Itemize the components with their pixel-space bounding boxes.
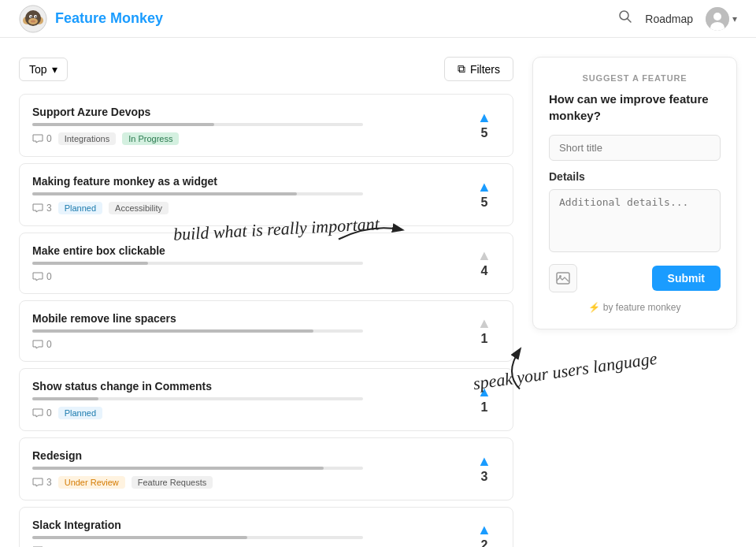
filters-label: Filters (470, 63, 500, 76)
search-button[interactable] (618, 9, 632, 28)
header-left: Feature Monkey (19, 5, 163, 33)
comment-count: 0 (32, 133, 52, 144)
feature-tag: Planned (58, 202, 102, 214)
vote-count: 3 (481, 470, 488, 484)
comment-number: 0 (46, 271, 52, 282)
comment-number: 0 (46, 339, 52, 350)
feature-progress-bar (32, 329, 313, 333)
feature-progress-bar-container (32, 536, 363, 539)
feature-item[interactable]: Slack Integration 0 ▲ 2 (19, 507, 513, 547)
feature-title: Show status change in Comments (32, 380, 469, 393)
user-menu[interactable]: ▾ (706, 7, 737, 31)
feature-progress-bar (32, 192, 297, 195)
feature-tag: Integrations (58, 132, 116, 145)
svg-point-8 (35, 16, 37, 17)
feature-tag: Planned (58, 407, 102, 419)
feature-content: Show status change in Comments 0 Planned (32, 380, 469, 419)
suggest-panel-title: SUGGEST A FEATURE (549, 73, 721, 83)
feature-item[interactable]: Show status change in Comments 0 Planned… (19, 368, 513, 431)
comment-number: 0 (46, 407, 52, 419)
feature-meta: 0 (32, 339, 469, 350)
feature-progress-bar (32, 397, 98, 400)
feature-content: Make entire box clickable 0 (32, 244, 469, 282)
feature-progress-bar (32, 467, 324, 470)
sort-dropdown[interactable]: Top ▾ (19, 58, 68, 81)
image-upload-button[interactable] (549, 264, 577, 292)
feature-title: Making feature monkey as a widget (32, 175, 469, 188)
svg-point-7 (31, 16, 32, 17)
suggest-question: How can we improve feature monkey? (549, 91, 721, 124)
image-icon (556, 272, 570, 285)
feature-progress-bar-container (32, 123, 363, 126)
vote-area: ▲ 1 (469, 316, 500, 346)
feature-progress-bar-container (32, 397, 363, 400)
vote-count: 1 (481, 400, 488, 415)
vote-up-button[interactable]: ▲ (477, 248, 491, 262)
comment-count: 3 (32, 203, 52, 214)
feature-item[interactable]: Redesign 3 Under ReviewFeature Requests … (19, 437, 513, 500)
feature-content: Support Azure Devops 0 IntegrationsIn Pr… (32, 106, 469, 145)
feature-content: Redesign 3 Under ReviewFeature Requests (32, 449, 469, 489)
left-column: Top ▾ ⧉ Filters Support Azure Devops (19, 57, 513, 547)
svg-point-9 (31, 20, 35, 22)
toolbar: Top ▾ ⧉ Filters (19, 57, 513, 81)
vote-up-button[interactable]: ▲ (477, 316, 491, 330)
feature-progress-bar (32, 123, 214, 126)
vote-up-button[interactable]: ▲ (477, 180, 491, 194)
feature-progress-bar-container (32, 262, 363, 265)
feature-item[interactable]: Support Azure Devops 0 IntegrationsIn Pr… (19, 94, 513, 157)
feature-progress-bar-container (32, 192, 363, 195)
svg-point-16 (559, 275, 561, 277)
feature-content: Mobile remove line spacers 0 (32, 312, 469, 350)
app-title[interactable]: Feature Monkey (55, 10, 163, 27)
feature-title: Mobile remove line spacers (32, 312, 469, 325)
main-layout: Top ▾ ⧉ Filters Support Azure Devops (0, 38, 756, 547)
vote-area: ▲ 1 (469, 385, 500, 415)
comment-icon (32, 408, 43, 418)
feature-tag: Feature Requests (132, 476, 213, 489)
feature-progress-bar-container (32, 329, 363, 333)
submit-button[interactable]: Submit (652, 266, 721, 291)
details-label: Details (549, 170, 721, 183)
avatar (706, 7, 729, 31)
feature-item[interactable]: Making feature monkey as a widget 3 Plan… (19, 163, 513, 226)
vote-up-button[interactable]: ▲ (477, 454, 491, 468)
sort-label: Top (29, 63, 47, 76)
comment-number: 3 (46, 477, 52, 488)
logo-icon (19, 5, 47, 33)
vote-up-button[interactable]: ▲ (477, 385, 491, 399)
feature-meta: 3 PlannedAccessibility (32, 202, 469, 214)
vote-count: 5 (481, 126, 488, 140)
search-icon (618, 9, 632, 24)
app-header: Feature Monkey Roadmap ▾ (0, 0, 756, 38)
feature-meta: 0 Planned (32, 407, 469, 419)
comment-icon (32, 478, 43, 487)
feature-progress-bar (32, 536, 247, 539)
feature-tag: Accessibility (109, 202, 169, 214)
feature-list: Support Azure Devops 0 IntegrationsIn Pr… (19, 94, 513, 547)
roadmap-link[interactable]: Roadmap (645, 13, 693, 25)
feature-item[interactable]: Mobile remove line spacers 0 ▲ 1 (19, 300, 513, 362)
vote-up-button[interactable]: ▲ (477, 523, 491, 537)
main-wrapper: Top ▾ ⧉ Filters Support Azure Devops (0, 38, 756, 547)
feature-title-input[interactable] (549, 135, 721, 161)
powered-by: ⚡ by feature monkey (549, 302, 721, 313)
feature-progress-bar-container (32, 467, 363, 470)
filters-button[interactable]: ⧉ Filters (444, 57, 513, 81)
feature-tag: Under Review (58, 476, 125, 489)
vote-count: 2 (481, 538, 488, 547)
feature-item[interactable]: Make entire box clickable 0 ▲ 4 (19, 233, 513, 294)
comment-number: 3 (46, 203, 52, 214)
suggest-feature-panel: SUGGEST A FEATURE How can we improve fea… (532, 57, 737, 329)
sort-chevron-icon: ▾ (52, 63, 57, 76)
feature-content: Slack Integration 0 (32, 519, 469, 547)
comment-count: 3 (32, 477, 52, 488)
comment-icon (32, 340, 43, 349)
feature-tag: In Progress (122, 132, 179, 145)
vote-area: ▲ 3 (469, 454, 500, 484)
header-right: Roadmap ▾ (618, 7, 737, 31)
vote-count: 1 (481, 332, 488, 346)
vote-up-button[interactable]: ▲ (477, 110, 491, 125)
details-textarea[interactable] (549, 189, 721, 252)
feature-title: Make entire box clickable (32, 244, 469, 257)
